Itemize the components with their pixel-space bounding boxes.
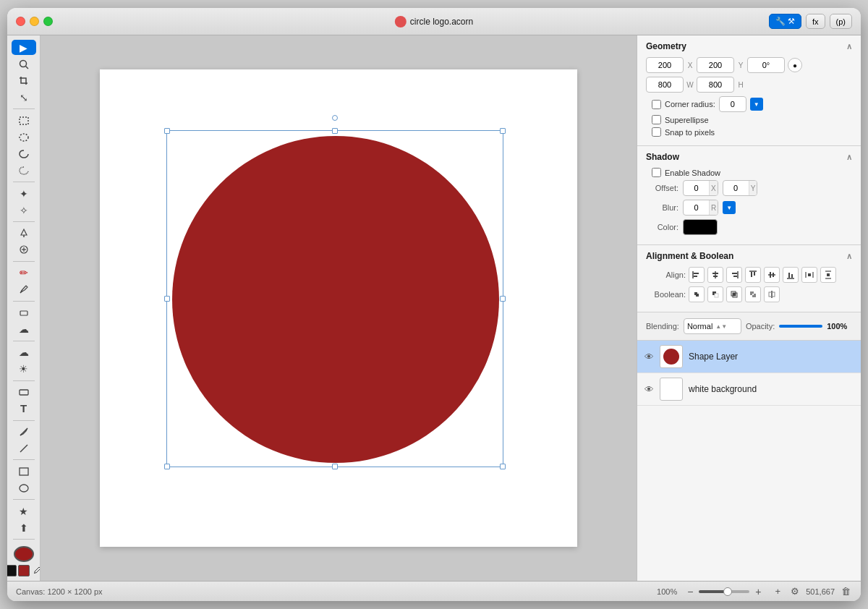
tool-text[interactable]: T	[12, 401, 36, 416]
shadow-color-swatch[interactable]	[683, 219, 718, 235]
tool-rect-shape[interactable]	[12, 384, 36, 399]
blur-input[interactable]	[684, 203, 709, 212]
superellipse-label[interactable]: Superellipse	[665, 116, 709, 124]
tool-brush[interactable]	[12, 282, 36, 297]
handle-bottom-mid[interactable]	[332, 464, 338, 469]
distribute-h[interactable]	[801, 267, 817, 283]
tool-sun[interactable]: ☀	[12, 362, 36, 377]
svg-rect-12	[20, 468, 28, 475]
tool-healing[interactable]	[12, 242, 36, 257]
foreground-color-well[interactable]	[14, 546, 34, 562]
tool-magic-lasso[interactable]	[12, 163, 36, 178]
minimize-button[interactable]	[30, 17, 39, 26]
handle-bottom-right[interactable]	[500, 464, 506, 469]
add-layer-button[interactable]: +	[771, 585, 784, 598]
handle-top-right[interactable]	[500, 128, 506, 134]
align-left[interactable]	[689, 267, 705, 283]
corner-radius-label[interactable]: Corner radius:	[665, 100, 715, 108]
tool-oval[interactable]	[12, 480, 36, 495]
align-right[interactable]	[726, 267, 742, 283]
handle-top-mid[interactable]	[332, 128, 338, 134]
w-input[interactable]	[646, 77, 684, 93]
zoom-in-button[interactable]: +	[752, 586, 764, 597]
tool-magic-wand[interactable]: ✦	[12, 186, 36, 201]
blur-dropdown[interactable]: ▼	[723, 201, 736, 214]
tool-paint-bucket[interactable]	[12, 226, 36, 241]
tool-crop[interactable]	[12, 73, 36, 88]
canvas-area[interactable]	[41, 35, 637, 581]
tool-options-button[interactable]: 🔧 ⚒	[769, 14, 801, 29]
delete-button[interactable]: 🗑	[839, 585, 852, 598]
handle-bottom-left[interactable]	[164, 464, 170, 469]
eyedropper-tool[interactable]	[31, 565, 41, 576]
tool-magic-wand-2[interactable]: ✧	[12, 203, 36, 218]
rotate-handle[interactable]	[332, 115, 338, 121]
snap-to-pixels-checkbox[interactable]	[652, 127, 661, 137]
tool-smudge[interactable]: ☁	[12, 322, 36, 337]
tool-select[interactable]: ▶	[12, 40, 36, 55]
align-top[interactable]	[745, 267, 761, 283]
superellipse-checkbox[interactable]	[652, 115, 661, 124]
handle-mid-right[interactable]	[500, 296, 506, 302]
corner-radius-checkbox[interactable]	[652, 100, 661, 109]
tool-rect-2[interactable]	[12, 464, 36, 479]
stroke-color[interactable]	[7, 565, 17, 576]
tool-marquee-rect[interactable]	[12, 113, 36, 128]
opacity-slider[interactable]	[779, 325, 822, 328]
p-button[interactable]: (p)	[830, 14, 852, 29]
y-input[interactable]	[697, 57, 734, 73]
snap-to-pixels-label[interactable]: Snap to pixels	[665, 128, 715, 137]
corner-radius-dropdown[interactable]: ▼	[750, 98, 763, 111]
enable-shadow-checkbox[interactable]	[652, 168, 661, 177]
layer-eye-shape[interactable]: 👁	[644, 352, 654, 362]
tool-pen[interactable]	[12, 424, 36, 439]
tool-cloud[interactable]: ☁	[12, 345, 36, 360]
tool-pencil[interactable]: ✏	[12, 265, 36, 281]
tool-arrow-up[interactable]: ⬆	[12, 520, 36, 535]
fx-button[interactable]: fx	[806, 14, 825, 29]
bool-subtract[interactable]	[707, 286, 723, 302]
h-input[interactable]	[697, 77, 734, 93]
boolean-label: Boolean:	[646, 290, 686, 299]
settings-button[interactable]: ⚙	[788, 585, 801, 598]
corner-radius-input[interactable]	[719, 96, 746, 112]
offset-y-input[interactable]	[723, 184, 749, 192]
zoom-slider[interactable]	[699, 590, 749, 593]
tool-transform[interactable]: ⤡	[12, 90, 36, 105]
svg-point-13	[20, 485, 28, 492]
tool-marquee-ellipse[interactable]	[12, 129, 36, 145]
tool-zoom[interactable]	[12, 56, 36, 72]
x-input[interactable]	[646, 57, 684, 73]
layer-eye-bg[interactable]: 👁	[644, 384, 654, 395]
rotation-input[interactable]	[747, 57, 785, 73]
tool-lasso[interactable]	[12, 146, 36, 161]
layer-item-shape[interactable]: 👁 Shape Layer	[637, 341, 861, 373]
bool-xor[interactable]	[745, 286, 761, 302]
shadow-collapse[interactable]: ∧	[846, 153, 852, 162]
tool-eraser[interactable]	[12, 305, 36, 320]
align-bottom[interactable]	[783, 267, 799, 283]
align-center-v[interactable]	[764, 267, 780, 283]
bool-intersect[interactable]	[726, 286, 742, 302]
blending-select[interactable]: Normal ▲▼	[684, 318, 741, 334]
align-center-h[interactable]	[707, 267, 723, 283]
maximize-button[interactable]	[43, 17, 53, 26]
alignment-collapse[interactable]: ∧	[846, 252, 852, 261]
geometry-collapse[interactable]: ∧	[846, 42, 852, 51]
handle-mid-left[interactable]	[164, 296, 170, 302]
offset-x-input[interactable]	[684, 184, 709, 192]
zoom-out-button[interactable]: −	[684, 586, 696, 597]
main-content: ▶ ⤡	[7, 35, 861, 581]
distribute-v[interactable]	[820, 267, 836, 283]
enable-shadow-label[interactable]: Enable Shadow	[665, 169, 720, 177]
tool-star[interactable]: ★	[12, 503, 36, 519]
bool-divide[interactable]	[764, 286, 780, 302]
tool-line[interactable]	[12, 440, 36, 456]
fill-color[interactable]	[18, 565, 30, 576]
layer-item-bg[interactable]: 👁 white background	[637, 373, 861, 406]
coordinates: 501,667	[806, 587, 835, 596]
handle-top-left[interactable]	[164, 128, 170, 134]
bool-union[interactable]	[689, 286, 705, 302]
close-button[interactable]	[16, 17, 25, 26]
constrain-btn[interactable]: ●	[788, 58, 802, 72]
